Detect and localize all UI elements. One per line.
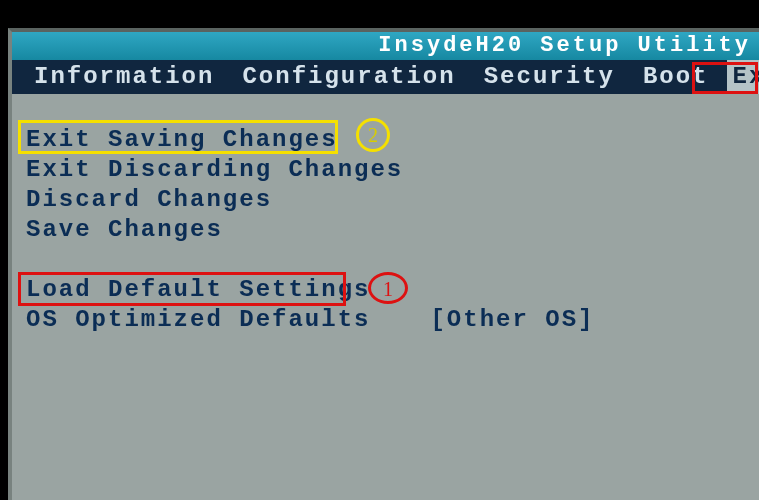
menu-exit-saving-changes[interactable]: Exit Saving Changes [12,124,759,154]
menu-item-label: Load Default Settings [26,276,370,303]
menu-item-label: OS Optimized Defaults [26,306,370,333]
tab-security[interactable]: Security [470,60,629,94]
menu-item-label: Exit Saving Changes [26,126,338,153]
menu-item-label: Discard Changes [26,186,272,213]
menu-item-value: [Other OS] [430,306,594,333]
menu-save-changes[interactable]: Save Changes [12,214,759,244]
tab-information[interactable]: Information [20,60,228,94]
menu-discard-changes[interactable]: Discard Changes [12,184,759,214]
menu-item-label: Exit Discarding Changes [26,156,403,183]
tab-boot[interactable]: Boot [629,60,723,94]
utility-title: InsydeH20 Setup Utility [378,33,751,58]
tab-configuration[interactable]: Configuration [228,60,469,94]
title-bar: InsydeH20 Setup Utility [12,32,759,60]
menu-bar: Information Configuration Security Boot … [12,60,759,94]
menu-item-label: Save Changes [26,216,223,243]
spacer [12,244,759,274]
menu-load-default-settings[interactable]: Load Default Settings [12,274,759,304]
bios-screen: InsydeH20 Setup Utility Information Conf… [8,28,759,500]
menu-exit-discarding-changes[interactable]: Exit Discarding Changes [12,154,759,184]
exit-menu-content: Exit Saving Changes Exit Discarding Chan… [12,94,759,334]
tab-exit[interactable]: Exit [727,60,760,94]
menu-os-optimized-defaults[interactable]: OS Optimized Defaults [Other OS] [12,304,759,334]
